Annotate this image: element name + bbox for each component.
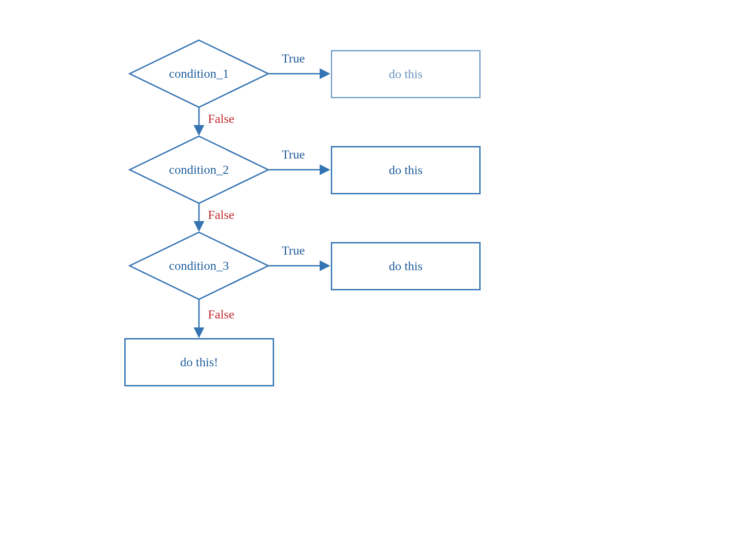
false-label-2: False	[208, 208, 234, 222]
final-action-box: do this!	[124, 338, 274, 386]
true-label-2: True	[282, 147, 305, 162]
condition-2-label: condition_2	[132, 161, 266, 179]
action-2-box: do this	[331, 146, 481, 194]
condition-3-label: condition_3	[132, 257, 266, 275]
condition-1-label: condition_1	[132, 65, 266, 83]
false-label-3: False	[208, 307, 234, 322]
action-3-box: do this	[331, 242, 481, 290]
false-label-1: False	[208, 112, 234, 126]
action-1-box: do this	[331, 50, 481, 98]
flowchart-stage: condition_1 condition_2 condition_3 do t…	[0, 0, 756, 536]
true-label-3: True	[282, 243, 305, 258]
true-label-1: True	[282, 51, 305, 66]
